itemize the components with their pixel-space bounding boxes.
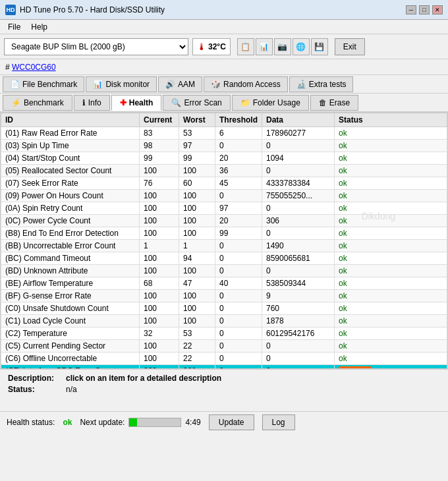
tab-info-label: Info	[88, 98, 101, 107]
icon-btn-1[interactable]: 📋	[237, 38, 254, 55]
table-row[interactable]: (BC) Command Timeout 100 94 0 8590065681…	[1, 252, 447, 265]
update-button[interactable]: Update	[209, 414, 254, 430]
aam-icon: 🔊	[165, 80, 175, 89]
tab-file-benchmark[interactable]: 📄 File Benchmark	[3, 76, 84, 92]
thermometer-icon: 🌡	[197, 42, 206, 52]
feature-tabs-row2: ⚡ Benchmark ℹ Info ✚ Health 🔍 Error Scan…	[0, 94, 448, 112]
cell-threshold: 97	[215, 202, 262, 215]
drive-id-row: # WCC0CG60	[0, 59, 448, 75]
cell-threshold: 0	[215, 327, 262, 340]
status-ok-text: ok	[339, 179, 347, 188]
cell-data: 538509344	[262, 277, 335, 290]
cell-current: 100	[140, 227, 179, 240]
cell-worst: 100	[179, 315, 215, 327]
tab-benchmark-label: Benchmark	[24, 98, 64, 107]
table-row[interactable]: (C2) Temperature 32 53 0 60129542176 ok	[1, 327, 447, 340]
table-row[interactable]: (B8) End To End Error Detection 100 100 …	[1, 227, 447, 240]
cell-data: 0	[262, 227, 335, 240]
table-row[interactable]: (0A) Spin Retry Count 100 100 97 0 ok	[1, 202, 447, 215]
status-ok-text: ok	[339, 341, 347, 351]
tab-random-access[interactable]: 🎲 Random Access	[204, 76, 288, 92]
tab-health[interactable]: ✚ Health	[111, 95, 162, 111]
table-row[interactable]: (03) Spin Up Time 98 97 0 0 ok	[1, 140, 447, 152]
cell-id: (BF) G-sense Error Rate	[1, 290, 140, 302]
icon-btn-4[interactable]: 🌐	[293, 38, 310, 55]
table-row[interactable]: (C1) Load Cycle Count 100 100 0 1878 ok	[1, 315, 447, 327]
status-label: Status:	[8, 385, 61, 394]
cell-worst: 100	[179, 302, 215, 315]
close-button[interactable]: ✕	[432, 5, 443, 14]
cell-worst: 1	[179, 240, 215, 252]
drive-row: Seagate BUP Slim BL (2000 gB) 🌡 32°C 📋 📊…	[0, 34, 448, 59]
tab-error-scan[interactable]: 🔍 Error Scan	[163, 95, 230, 111]
cell-current: 100	[140, 202, 179, 215]
menu-help[interactable]: Help	[26, 21, 53, 33]
cell-worst: 97	[179, 140, 215, 152]
tab-aam[interactable]: 🔊 AAM	[158, 76, 202, 92]
status-ok-text: ok	[339, 229, 347, 238]
status-ok-text: ok	[339, 128, 347, 138]
cell-status: ok	[335, 265, 447, 277]
cell-status: ok	[335, 302, 447, 315]
drive-id-link[interactable]: WCC0CG60	[12, 63, 56, 72]
tab-extra-tests[interactable]: 🔬 Extra tests	[289, 76, 354, 92]
title-bar: HD HD Tune Pro 5.70 - Hard Disk/SSD Util…	[0, 0, 448, 20]
table-row[interactable]: (01) Raw Read Error Rate 83 53 6 1789602…	[1, 127, 447, 140]
table-row[interactable]: (C5) Current Pending Sector 100 22 0 0 o…	[1, 340, 447, 353]
cell-threshold: 6	[215, 127, 262, 140]
next-update-section: Next update: 4:49	[80, 418, 200, 427]
exit-button[interactable]: Exit	[335, 38, 365, 55]
cell-status: ok	[335, 315, 447, 327]
tab-erase[interactable]: 🗑 Erase	[310, 95, 358, 111]
table-row[interactable]: (C0) Unsafe Shutdown Count 100 100 0 760…	[1, 302, 447, 315]
tab-folder-usage[interactable]: 📁 Folder Usage	[232, 95, 309, 111]
tab-info[interactable]: ℹ Info	[74, 95, 110, 111]
icon-btn-2[interactable]: 📊	[256, 38, 273, 55]
cell-data: 1490	[262, 240, 335, 252]
table-row[interactable]: (05) Reallocated Sector Count 100 100 36…	[1, 165, 447, 177]
cell-current: 100	[140, 252, 179, 265]
cell-threshold: 0	[215, 353, 262, 365]
cell-current: 100	[140, 190, 179, 202]
cell-id: (BC) Command Timeout	[1, 252, 140, 265]
cell-current: 100	[140, 315, 179, 327]
table-row[interactable]: (09) Power On Hours Count 100 100 0 7550…	[1, 190, 447, 202]
table-row[interactable]: (BE) Airflow Temperature 68 47 40 538509…	[1, 277, 447, 290]
minimize-button[interactable]: ─	[406, 5, 416, 14]
cell-current: 32	[140, 327, 179, 340]
icon-btn-3[interactable]: 📷	[274, 38, 291, 55]
cell-worst: 100	[179, 165, 215, 177]
icon-btn-5[interactable]: 💾	[311, 38, 328, 55]
cell-worst: 100	[179, 227, 215, 240]
cell-status: ok	[335, 215, 447, 227]
extra-tests-icon: 🔬	[296, 80, 306, 89]
progress-bar	[128, 418, 181, 427]
drive-selector[interactable]: Seagate BUP Slim BL (2000 gB)	[4, 38, 188, 55]
menu-file[interactable]: File	[3, 21, 26, 33]
health-status-label: Health status:	[7, 418, 55, 427]
cell-id: (B8) End To End Error Detection	[1, 227, 140, 240]
table-row[interactable]: (C6) Offline Uncorrectable 100 22 0 0 ok	[1, 353, 447, 365]
tab-disk-monitor[interactable]: 📊 Disk monitor	[86, 76, 157, 92]
status-ok-text: ok	[339, 354, 347, 363]
status-ok-text: ok	[339, 291, 347, 300]
table-row[interactable]: (07) Seek Error Rate 76 60 45 4333783384…	[1, 177, 447, 190]
table-row[interactable]: (0C) Power Cycle Count 100 100 20 306 ok	[1, 215, 447, 227]
temperature-badge: 🌡 32°C	[192, 38, 231, 55]
cell-worst: 22	[179, 340, 215, 353]
table-row[interactable]: (04) Start/Stop Count 99 99 20 1094 ok	[1, 152, 447, 165]
cell-status: ok	[335, 177, 447, 190]
table-row[interactable]: (BD) Unknown Attribute 100 100 0 0 ok	[1, 265, 447, 277]
tab-benchmark[interactable]: ⚡ Benchmark	[3, 95, 72, 111]
maximize-button[interactable]: □	[419, 5, 430, 14]
tab-erase-label: Erase	[329, 98, 350, 107]
cell-threshold: 99	[215, 227, 262, 240]
cell-status: ok	[335, 240, 447, 252]
app-icon: HD	[5, 5, 16, 15]
table-row[interactable]: (BF) G-sense Error Rate 100 100 0 9 ok	[1, 290, 447, 302]
cell-threshold: 36	[215, 165, 262, 177]
table-row[interactable]: (BB) Uncorrectable Error Count 1 1 0 149…	[1, 240, 447, 252]
feature-tabs-row1: 📄 File Benchmark 📊 Disk monitor 🔊 AAM 🎲 …	[0, 75, 448, 94]
status-ok-text: ok	[339, 154, 347, 163]
log-button[interactable]: Log	[262, 414, 295, 430]
